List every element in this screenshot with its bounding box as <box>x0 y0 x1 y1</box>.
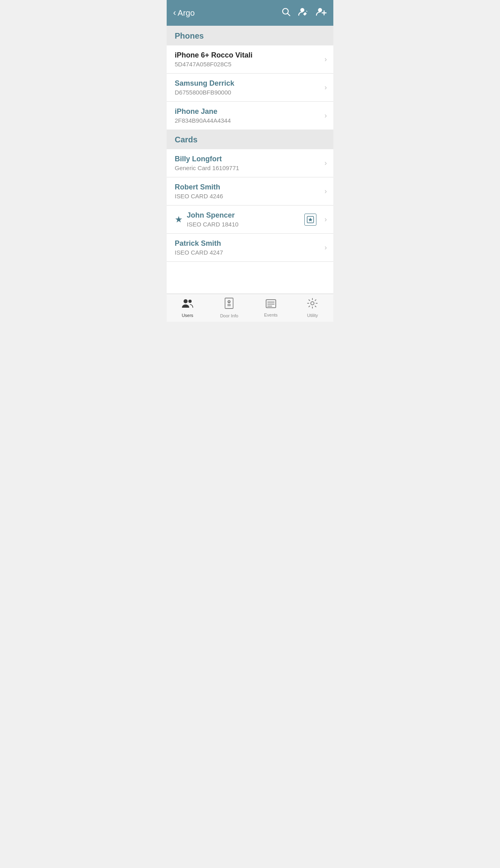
list-item-subtitle: 2F834B90A44A4344 <box>175 117 321 124</box>
list-item-content: iPhone 6+ Rocco Vitali 5D4747A058F028C5 <box>175 51 321 68</box>
content-spacer <box>167 261 333 294</box>
svg-point-3 <box>318 8 322 12</box>
list-item-title: Robert Smith <box>175 183 321 191</box>
chevron-left-icon: ‹ <box>173 8 176 18</box>
tab-events-label: Events <box>264 313 278 317</box>
users-tab-icon <box>182 298 194 311</box>
list-item-content: iPhone Jane 2F834B90A44A4344 <box>175 107 321 124</box>
svg-point-19 <box>311 302 314 305</box>
list-item-subtitle: Generic Card 16109771 <box>175 165 321 171</box>
search-icon[interactable] <box>281 7 291 19</box>
list-item-subtitle: 5D4747A058F028C5 <box>175 61 321 68</box>
star-icon: ★ <box>175 214 183 225</box>
list-item-subtitle: ISEO CARD 4246 <box>175 193 321 200</box>
list-item-content: John Spencer ISEO CARD 18410 <box>187 211 304 228</box>
list-item[interactable]: iPhone 6+ Rocco Vitali 5D4747A058F028C5 … <box>167 45 333 74</box>
list-item-content: Samsung Derrick D6755800BFB90000 <box>175 79 321 96</box>
svg-rect-10 <box>225 298 233 309</box>
list-item-title: iPhone Jane <box>175 107 321 116</box>
card-badge-icon <box>304 214 316 226</box>
svg-line-1 <box>288 14 290 16</box>
events-tab-icon <box>266 298 276 311</box>
list-item[interactable]: iPhone Jane 2F834B90A44A4344 › <box>167 102 333 130</box>
list-item[interactable]: Billy Longfort Generic Card 16109771 › <box>167 149 333 177</box>
header: ‹ Argo <box>167 0 333 26</box>
list-item-title: John Spencer <box>187 211 304 220</box>
chevron-right-icon: › <box>324 187 327 195</box>
tab-users[interactable]: Users <box>167 295 209 321</box>
door-info-tab-icon <box>224 298 234 312</box>
chevron-right-icon: › <box>324 55 327 64</box>
chevron-right-icon: › <box>324 159 327 167</box>
phones-list: iPhone 6+ Rocco Vitali 5D4747A058F028C5 … <box>167 45 333 130</box>
list-item[interactable]: Robert Smith ISEO CARD 4246 › <box>167 177 333 206</box>
list-item-title: iPhone 6+ Rocco Vitali <box>175 51 321 60</box>
tab-users-label: Users <box>182 313 193 318</box>
tab-bar: Users Door Info Events <box>167 294 333 322</box>
phones-label: Phones <box>175 31 204 40</box>
svg-point-2 <box>300 8 304 12</box>
list-item[interactable]: Patrick Smith ISEO CARD 4247 › <box>167 234 333 261</box>
edit-user-icon[interactable] <box>298 7 308 19</box>
chevron-right-icon: › <box>324 83 327 92</box>
cards-label: Cards <box>175 135 198 144</box>
tab-door-info-label: Door Info <box>220 313 238 318</box>
svg-point-9 <box>188 300 192 303</box>
list-item-content: Patrick Smith ISEO CARD 4247 <box>175 239 321 256</box>
cards-list: Billy Longfort Generic Card 16109771 › R… <box>167 149 333 261</box>
tab-events[interactable]: Events <box>250 295 292 321</box>
tab-utility[interactable]: Utility <box>292 295 334 321</box>
list-item-title: Billy Longfort <box>175 155 321 163</box>
cards-section-header: Cards <box>167 130 333 149</box>
add-user-icon[interactable] <box>316 7 327 19</box>
tab-door-info[interactable]: Door Info <box>209 294 250 321</box>
list-item-subtitle: ISEO CARD 4247 <box>175 249 321 256</box>
list-item-subtitle: ISEO CARD 18410 <box>187 221 304 228</box>
chevron-right-icon: › <box>324 215 327 224</box>
utility-tab-icon <box>307 298 318 311</box>
phones-section-header: Phones <box>167 26 333 45</box>
list-item-title: Patrick Smith <box>175 239 321 248</box>
list-item-content: Robert Smith ISEO CARD 4246 <box>175 183 321 200</box>
list-item-subtitle: D6755800BFB90000 <box>175 89 321 96</box>
back-label: Argo <box>178 8 194 18</box>
chevron-right-icon: › <box>324 243 327 252</box>
svg-point-8 <box>184 299 188 303</box>
list-item-content: Billy Longfort Generic Card 16109771 <box>175 155 321 171</box>
chevron-right-icon: › <box>324 111 327 120</box>
list-item[interactable]: Samsung Derrick D6755800BFB90000 › <box>167 74 333 102</box>
back-button[interactable]: ‹ Argo <box>173 8 195 18</box>
header-icons <box>281 7 327 19</box>
list-item-title: Samsung Derrick <box>175 79 321 88</box>
tab-utility-label: Utility <box>307 313 318 318</box>
svg-marker-7 <box>308 218 312 222</box>
list-item[interactable]: ★ John Spencer ISEO CARD 18410 › <box>167 206 333 234</box>
